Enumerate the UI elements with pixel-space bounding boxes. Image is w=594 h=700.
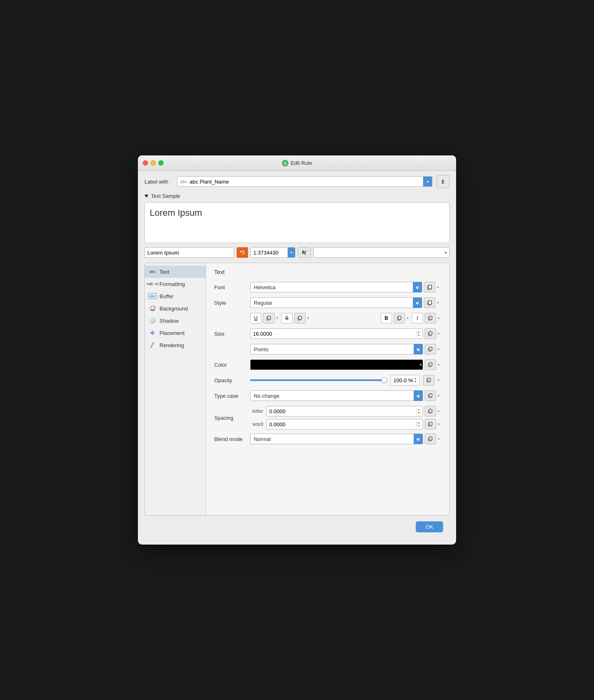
placement-icon: ✥ — [149, 329, 156, 337]
minimize-button[interactable] — [151, 160, 156, 166]
abc-prefix-icon: abc — [180, 179, 187, 184]
color-copy-button[interactable] — [425, 359, 436, 370]
label-with-dropdown-arrow[interactable]: ▾ — [423, 177, 432, 186]
extra-dropdown-arrow[interactable]: ▾ — [445, 250, 447, 255]
maximize-button[interactable] — [158, 160, 164, 166]
size-spin[interactable]: ▲ ▼ — [416, 330, 420, 337]
blend-mode-value: Normal — [254, 436, 414, 442]
opacity-label: Opacity — [214, 377, 247, 383]
sidebar-item-rendering[interactable]: Rendering — [145, 339, 206, 351]
label-with-dropdown[interactable]: abc abc Plant_Name ▾ — [177, 176, 432, 187]
blend-mode-dropdown-arrow[interactable] — [414, 434, 423, 444]
color-field[interactable]: ▾ — [250, 359, 423, 370]
bold-button[interactable]: B — [381, 313, 392, 323]
spacing-word-copy-button[interactable] — [425, 419, 436, 430]
style-copy-arrow[interactable]: ▾ — [437, 301, 441, 305]
underline-copy-button[interactable] — [263, 313, 275, 323]
svg-rect-40 — [429, 409, 432, 412]
size-copy-button[interactable] — [425, 328, 436, 339]
font-copy-arrow[interactable]: ▾ — [437, 285, 441, 289]
spacing-letter-combo: 0.0000 ▲ ▼ ▾ — [266, 406, 441, 416]
color-copy-arrow[interactable]: ▾ — [438, 363, 441, 367]
shadow-icon — [149, 317, 156, 324]
epsilon-button[interactable]: ε — [437, 175, 450, 188]
font-dropdown[interactable]: Helvetica — [250, 282, 422, 292]
color-row: Color ▾ ▾ — [214, 359, 441, 370]
type-case-dropdown[interactable]: No change — [250, 390, 423, 401]
blend-mode-copy-arrow[interactable]: ▾ — [438, 437, 441, 441]
svg-rect-19 — [398, 316, 401, 319]
bold-arrow[interactable]: ▾ — [407, 316, 410, 320]
sidebar-placement-label: Placement — [160, 330, 184, 336]
font-copy-button[interactable] — [424, 282, 435, 292]
spacing-letter-copy-button[interactable] — [425, 406, 436, 416]
size-unit-dropdown-arrow[interactable] — [414, 344, 423, 354]
style-dropdown[interactable]: Regular — [250, 297, 422, 308]
size-unit-copy-button[interactable] — [425, 344, 436, 354]
type-case-dropdown-arrow[interactable] — [414, 390, 423, 401]
style-dropdown-arrow[interactable] — [413, 297, 422, 308]
undo-button[interactable] — [237, 247, 248, 258]
opacity-copy-arrow[interactable]: ▾ — [438, 378, 441, 382]
italic-button[interactable]: I — [412, 313, 423, 323]
spacing-word-spin[interactable]: ▲ ▼ — [416, 421, 420, 428]
spacing-word-field[interactable]: 0.0000 ▲ ▼ — [266, 419, 423, 430]
sidebar-item-shadow[interactable]: Shadow — [145, 315, 206, 327]
spacing-word-copy-arrow[interactable]: ▾ — [438, 422, 441, 426]
italic-copy-button[interactable] — [425, 313, 436, 323]
window-controls — [143, 160, 164, 166]
underline-button[interactable]: U — [250, 313, 262, 323]
ok-button[interactable]: OK — [416, 521, 443, 532]
spacing-word-row: word 0.0000 ▲ ▼ — [247, 419, 441, 430]
type-case-row: Type case No change ▾ — [214, 390, 441, 401]
sidebar-item-text[interactable]: abc Text — [145, 266, 206, 278]
spacing-letter-field[interactable]: 0.0000 ▲ ▼ — [266, 406, 423, 416]
sidebar-background-label: Background — [160, 306, 188, 312]
sidebar-item-buffer[interactable]: abc Buffer — [145, 290, 206, 302]
blend-mode-copy-button[interactable] — [425, 434, 436, 444]
svg-marker-1 — [302, 250, 306, 255]
preview-text: Lorem Ipsum — [150, 208, 202, 218]
type-case-label: Type case — [214, 393, 247, 399]
sidebar-item-formatting[interactable]: +ab<c Formatting — [145, 278, 206, 290]
text-format-toolbar: U ▾ S ▾ B ▾ I — [250, 313, 441, 323]
close-button[interactable] — [143, 160, 148, 166]
size-copy-arrow[interactable]: ▾ — [438, 332, 441, 336]
strikethrough-arrow[interactable]: ▾ — [307, 316, 310, 320]
size-field[interactable]: 16.0000 ▲ ▼ — [250, 328, 423, 339]
size-row: Size 16.0000 ▲ ▼ ▾ — [214, 328, 441, 339]
bold-copy-button[interactable] — [394, 313, 405, 323]
style-copy-button[interactable] — [424, 297, 435, 308]
type-case-copy-button[interactable] — [425, 390, 436, 401]
opacity-copy-button[interactable] — [423, 375, 434, 385]
scale-dropdown[interactable]: 1:3734430 ▾ — [250, 247, 295, 258]
sidebar-item-placement[interactable]: ✥ Placement — [145, 327, 206, 339]
label-with-value: abc Plant_Name — [190, 179, 229, 185]
scale-dropdown-arrow[interactable]: ▾ — [288, 248, 295, 257]
svg-rect-34 — [428, 378, 430, 381]
cursor-button[interactable] — [298, 247, 311, 258]
opacity-spin[interactable]: ▲ ▼ — [413, 377, 417, 384]
size-unit-copy-arrow[interactable]: ▾ — [438, 347, 441, 351]
color-dropdown-arrow[interactable]: ▾ — [420, 363, 422, 367]
strikethrough-copy-button[interactable] — [294, 313, 306, 323]
spacing-letter-spin[interactable]: ▲ ▼ — [416, 408, 420, 415]
type-case-copy-arrow[interactable]: ▾ — [438, 394, 441, 398]
extra-dropdown[interactable]: ▾ — [313, 247, 450, 258]
font-row: Font Helvetica — [214, 282, 441, 292]
opacity-slider[interactable] — [250, 379, 387, 381]
scale-text-input[interactable] — [144, 247, 234, 258]
italic-arrow[interactable]: ▾ — [438, 316, 441, 320]
strikethrough-button[interactable]: S — [281, 313, 293, 323]
opacity-thumb[interactable] — [381, 377, 387, 383]
font-dropdown-arrow[interactable] — [413, 282, 422, 292]
spacing-letter-copy-arrow[interactable]: ▾ — [438, 409, 441, 413]
sidebar-rendering-label: Rendering — [160, 342, 184, 348]
collapse-icon[interactable] — [144, 195, 148, 198]
size-unit-dropdown[interactable]: Points — [250, 344, 423, 354]
font-label: Font — [214, 284, 247, 290]
underline-arrow[interactable]: ▾ — [276, 316, 279, 320]
blend-mode-dropdown[interactable]: Normal — [250, 434, 423, 444]
opacity-field[interactable]: 100.0 % ▲ ▼ — [390, 375, 420, 385]
sidebar-item-background[interactable]: Background — [145, 302, 206, 315]
